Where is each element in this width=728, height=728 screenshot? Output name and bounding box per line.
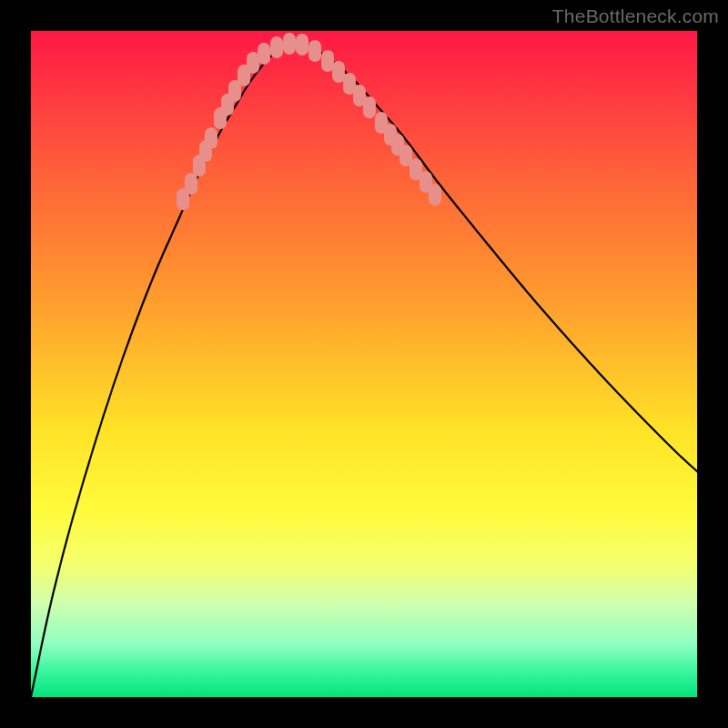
curve-marker [247,52,259,74]
chart-frame: TheBottleneck.com [0,0,728,728]
curve-marker [308,40,321,62]
bottleneck-curve [31,44,697,697]
curve-markers [177,33,441,210]
chart-svg [31,31,697,697]
curve-marker [321,50,334,72]
curve-marker [363,96,376,118]
curve-marker [296,34,308,56]
watermark-text: TheBottleneck.com [552,5,719,27]
curve-marker [270,36,283,58]
curve-marker [258,43,270,65]
plot-area [31,31,697,697]
curve-marker [283,33,296,55]
curve-marker [429,184,441,206]
curve-marker [332,61,345,83]
curve-marker [205,127,217,149]
curve-marker [185,173,197,195]
